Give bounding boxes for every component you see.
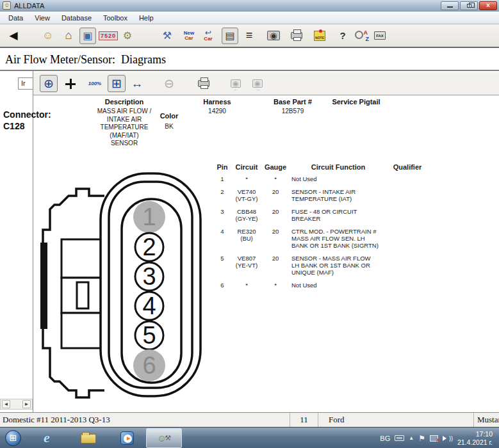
fit-width-icon: ↔ — [131, 77, 143, 91]
pin-3: 3 — [135, 262, 163, 291]
status-bar: Domestic #11 2011-2013 Q3-13 11 Ford Mus… — [0, 412, 499, 427]
window-title: ALLDATA — [14, 2, 44, 10]
mascot-button[interactable]: ☺ — [40, 28, 56, 44]
report-view-icon: ▤ — [225, 29, 234, 42]
odometer-icon: 7520 — [99, 31, 118, 40]
print-button[interactable] — [288, 28, 305, 44]
status-model: Mustang — [474, 413, 499, 427]
minimize-button[interactable] — [441, 1, 459, 10]
clock-time: 17:10 — [457, 430, 493, 438]
minimize-icon — [447, 6, 453, 8]
zoom-100-icon: 100% — [88, 81, 101, 86]
text-view-button[interactable]: ≡ — [241, 28, 258, 44]
menu-data[interactable]: Data — [3, 12, 29, 24]
fax-button[interactable]: FAX — [372, 28, 388, 44]
home-button[interactable]: ⌂ — [60, 28, 77, 44]
color-value: BK — [152, 123, 186, 130]
az-search-icon: AZ — [355, 29, 369, 42]
taskbar: ⊞ e ► ☺ ⚒ BG ▲ ⚑ × )) 17:10 21.4.2021 г. — [0, 427, 499, 448]
next-image-button[interactable]: ◉→ — [249, 75, 266, 92]
alldata-app-icon: ☺ — [3, 1, 11, 10]
pan-button[interactable] — [61, 75, 79, 92]
start-button[interactable]: ⊞ — [5, 430, 21, 446]
content-area: Ir ◄ ► ⊕ 100% ⊞ ↔ ⊖ ◉← ◉→ Description Ha… — [0, 71, 499, 412]
title-bar: ☺ ALLDATA × — [0, 0, 499, 12]
az-search-button[interactable]: AZ — [354, 28, 370, 44]
network-icon[interactable]: × — [430, 435, 438, 442]
action-center-icon[interactable]: ⚑ — [418, 434, 425, 443]
fit-page-button[interactable]: ⊞ — [108, 75, 126, 92]
media-player-icon[interactable]: ► — [120, 431, 134, 445]
pin-6: 6 — [133, 349, 165, 381]
main-toolbar: ◀ ☺ ⌂ ▣ 7520 ⚙ ⚒ NewCar ↩Car ▤ ≡ ◉ NOTE … — [0, 24, 499, 48]
pan-icon — [65, 79, 76, 89]
zoom-in-button[interactable]: ⊕ — [40, 75, 58, 92]
back-button[interactable]: ◀ — [5, 28, 22, 44]
connector-inner-box-bottom — [61, 313, 101, 348]
fit-width-button[interactable]: ↔ — [128, 75, 146, 92]
svg-text:6: 6 — [142, 352, 156, 379]
note-icon: NOTE — [314, 31, 325, 41]
close-button[interactable]: × — [479, 1, 497, 10]
menu-bar: Data View Database Toolbox Help — [0, 12, 499, 24]
sidebar-tab[interactable]: Ir — [18, 77, 33, 90]
report-view-button[interactable]: ▤ — [222, 28, 238, 44]
menu-help[interactable]: Help — [133, 12, 160, 24]
gear-clock-icon: ⚙ — [123, 29, 132, 42]
keyboard-icon[interactable] — [395, 435, 404, 441]
menu-view[interactable]: View — [29, 12, 56, 24]
service-pigtail-column-header: Service Pigtail — [327, 98, 386, 106]
scroll-left-button[interactable]: ◄ — [2, 400, 10, 408]
printer-icon — [198, 80, 209, 87]
vehicle-diagnostics-button[interactable]: ▣ — [79, 28, 96, 44]
pin-2: 2 — [135, 233, 163, 261]
scroll-right-button[interactable]: ► — [22, 400, 31, 408]
text-lines-icon: ≡ — [246, 29, 253, 42]
printer-icon — [291, 32, 302, 39]
language-indicator[interactable]: BG — [380, 435, 390, 442]
camera-button[interactable]: ◉ — [265, 28, 282, 44]
maintenance-schedule-button[interactable]: ⚙ — [119, 28, 136, 44]
restore-icon — [467, 4, 471, 8]
volume-icon[interactable]: )) — [443, 435, 453, 442]
svg-text:5: 5 — [142, 322, 156, 349]
menu-toolbox[interactable]: Toolbox — [97, 12, 133, 24]
clock-date: 21.4.2021 г. — [457, 438, 493, 447]
zoom-toolbar: ⊕ 100% ⊞ ↔ ⊖ ◉← ◉→ — [33, 72, 499, 95]
repair-tools-button[interactable]: ⚒ — [159, 28, 176, 44]
connector-description: MASS AIR FLOW / INTAKE AIR TEMPERATURE (… — [90, 108, 159, 148]
tools-icon: ⚒ — [163, 29, 172, 42]
menu-database[interactable]: Database — [56, 12, 97, 24]
help-button[interactable]: ? — [334, 28, 351, 44]
connector-lock-tab — [40, 243, 47, 329]
new-car-icon: NewCar — [184, 31, 194, 41]
connector-label: Connector: — [3, 109, 51, 120]
clock[interactable]: 17:10 21.4.2021 г. — [457, 430, 498, 447]
system-tray: BG ▲ ⚑ × )) 17:10 21.4.2021 г. — [380, 428, 498, 448]
diagram-print-button[interactable] — [195, 75, 213, 92]
status-vehicle-group: Domestic #11 2011-2013 Q3-13 — [0, 413, 290, 427]
odometer-button[interactable]: 7520 — [99, 28, 118, 44]
pin-row-2: 2 VE740 (VT-GY) 20 SENSOR - INTAKE AIR T… — [215, 188, 426, 202]
sidebar-horizontal-scrollbar[interactable]: ◄ ► — [0, 399, 33, 410]
svg-text:3: 3 — [142, 263, 156, 290]
connector-diagram: 1 2 3 4 5 6 — [40, 166, 204, 399]
description-column-header: Description — [90, 98, 159, 106]
pin-4: 4 — [135, 292, 163, 320]
show-hidden-icons[interactable]: ▲ — [409, 435, 414, 441]
color-label: Color — [152, 112, 186, 120]
previous-car-button[interactable]: ↩Car — [200, 28, 217, 44]
new-car-button[interactable]: NewCar — [181, 28, 197, 44]
pin-row-4: 4 RE320 (BU) 20 CTRL MOD. - POWERTRAIN #… — [215, 228, 426, 249]
previous-image-button[interactable]: ◉← — [227, 75, 245, 92]
zoom-out-button[interactable]: ⊖ — [160, 75, 178, 92]
file-explorer-icon[interactable] — [81, 434, 96, 444]
pin-row-1: 1 * * Not Used — [215, 175, 426, 182]
restore-button[interactable] — [460, 1, 478, 10]
pin-5: 5 — [135, 321, 163, 349]
alldata-taskbar-button[interactable]: ☺ ⚒ — [146, 428, 182, 448]
connector-inner-box-top — [61, 239, 101, 278]
note-button[interactable]: NOTE — [311, 28, 328, 44]
zoom-100-button[interactable]: 100% — [86, 75, 104, 92]
internet-explorer-icon[interactable]: e — [44, 429, 50, 446]
